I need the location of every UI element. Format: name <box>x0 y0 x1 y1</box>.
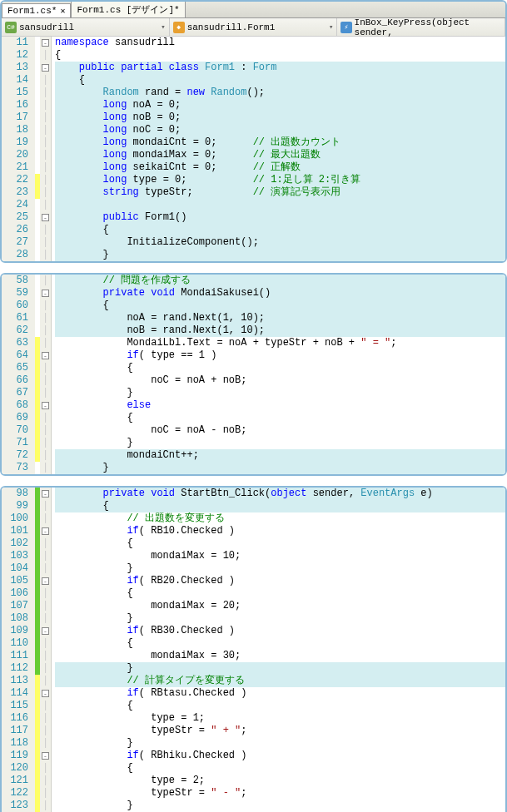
code-line[interactable]: long noA = 0; <box>55 99 505 111</box>
code-line[interactable]: typeStr = " + "; <box>55 725 505 737</box>
code-line[interactable]: { <box>55 762 505 775</box>
code-line[interactable]: public Form1() <box>55 211 505 224</box>
code-line[interactable]: private void StartBtn_Click(object sende… <box>55 488 505 500</box>
code-line[interactable]: type = 1; <box>55 712 505 725</box>
fold-toggle[interactable]: - <box>42 214 49 221</box>
code-line[interactable]: long type = 0; // 1:足し算 2:引き算 <box>55 174 505 186</box>
fold-toggle[interactable]: - <box>42 402 49 409</box>
code-line[interactable]: { <box>55 224 505 236</box>
code-line[interactable]: { <box>55 537 505 550</box>
code-line[interactable]: // 問題を作成する <box>55 275 505 287</box>
code-line[interactable]: if( RBhiku.Checked ) <box>55 750 505 762</box>
fold-toggle[interactable]: - <box>42 627 49 635</box>
code-line[interactable]: { <box>55 637 505 650</box>
code-line[interactable]: long seikaiCnt = 0; // 正解数 <box>55 161 505 174</box>
fold-toggle[interactable]: - <box>42 527 49 535</box>
namespace-dropdown[interactable]: C# sansudrill ▾ <box>2 18 170 36</box>
code-line[interactable]: { <box>55 500 505 512</box>
tab-form1-cs[interactable]: Form1.cs* ✕ <box>2 3 71 17</box>
code-line[interactable]: typeStr = " - "; <box>55 787 505 800</box>
navigation-bar: C# sansudrill ▾ ◆ sansudrill.Form1 ▾ ⚡ I… <box>2 18 505 37</box>
code-line[interactable]: } <box>55 737 505 750</box>
code-line[interactable]: else <box>55 399 505 412</box>
code-line[interactable]: long noB = 0; <box>55 111 505 124</box>
fold-toggle[interactable]: - <box>42 752 49 760</box>
code-line[interactable]: InitializeComponent(); <box>55 236 505 249</box>
code-line[interactable]: mondaiMax = 10; <box>55 550 505 562</box>
code-line[interactable]: { <box>55 700 505 712</box>
code-line[interactable]: mondaiMax = 30; <box>55 650 505 662</box>
code-panel-2: 58596061626364656667686970717273|-||||-|… <box>0 273 507 476</box>
code-line[interactable]: noC = noA - noB; <box>55 424 505 437</box>
fold-toggle[interactable]: - <box>42 577 49 585</box>
code-line[interactable]: string typeStr; // 演算記号表示用 <box>55 186 505 199</box>
code-panel-3: 9899100101102103104105106107108109110111… <box>0 486 507 812</box>
code-line[interactable] <box>55 199 505 211</box>
code-area-1[interactable]: 111213141516171819202122232425262728-|-|… <box>2 37 505 261</box>
code-line[interactable]: } <box>55 437 505 449</box>
code-line[interactable]: // 出題数を変更する <box>55 512 505 525</box>
tab-label: Form1.cs [デザイン]* <box>77 3 179 16</box>
chevron-down-icon: ▾ <box>161 22 165 32</box>
fold-toggle[interactable]: - <box>42 490 49 498</box>
dropdown-value: sansudrill.Form1 <box>187 22 276 32</box>
tab-bar: Form1.cs* ✕ Form1.cs [デザイン]* <box>2 2 505 18</box>
code-line[interactable]: { <box>55 412 505 424</box>
code-line[interactable]: { <box>55 49 505 62</box>
code-line[interactable]: if( type == 1 ) <box>55 349 505 362</box>
code-line[interactable]: { <box>55 74 505 87</box>
code-line[interactable]: { <box>55 587 505 600</box>
code-panel-1: Form1.cs* ✕ Form1.cs [デザイン]* C# sansudri… <box>0 0 507 263</box>
method-icon: ⚡ <box>340 22 351 33</box>
code-line[interactable]: } <box>55 462 505 474</box>
code-line[interactable]: public partial class Form1 : Form <box>55 62 505 74</box>
dropdown-value: sansudrill <box>19 22 74 32</box>
class-icon: ◆ <box>173 22 185 33</box>
code-line[interactable]: long mondaiCnt = 0; // 出題数カウント <box>55 136 505 149</box>
chevron-down-icon: ▾ <box>329 22 333 32</box>
tab-label: Form1.cs* <box>7 6 57 16</box>
code-line[interactable]: MondaiLbl.Text = noA + typeStr + noB + "… <box>55 337 505 349</box>
fold-toggle[interactable]: - <box>42 64 49 72</box>
code-line[interactable]: if( RB30.Checked ) <box>55 625 505 637</box>
code-line[interactable]: if( RB20.Checked ) <box>55 575 505 587</box>
code-line[interactable]: if( RB10.Checked ) <box>55 525 505 537</box>
dropdown-value: InBox_KeyPress(object sender, <box>355 17 501 37</box>
code-line[interactable]: noB = rand.Next(1, 10); <box>55 324 505 337</box>
fold-toggle[interactable]: - <box>42 290 49 297</box>
code-line[interactable]: if( RBtasu.Checked ) <box>55 687 505 700</box>
code-area-2[interactable]: 58596061626364656667686970717273|-||||-|… <box>2 275 505 474</box>
code-line[interactable]: namespace sansudrill <box>55 37 505 49</box>
csharp-icon: C# <box>5 22 17 33</box>
code-line[interactable]: // 計算タイプを変更する <box>55 675 505 687</box>
fold-toggle[interactable]: - <box>42 39 49 47</box>
code-line[interactable]: { <box>55 362 505 374</box>
code-line[interactable]: noC = noA + noB; <box>55 374 505 387</box>
code-line[interactable]: Random rand = new Random(); <box>55 87 505 99</box>
code-line[interactable]: long noC = 0; <box>55 124 505 136</box>
code-line[interactable]: private void MondaiSakusei() <box>55 287 505 300</box>
fold-toggle[interactable]: - <box>42 690 49 697</box>
code-line[interactable]: noA = rand.Next(1, 10); <box>55 312 505 324</box>
code-line[interactable]: } <box>55 800 505 812</box>
code-line[interactable]: } <box>55 249 505 261</box>
code-line[interactable]: type = 2; <box>55 775 505 787</box>
code-line[interactable]: mondaiCnt++; <box>55 449 505 462</box>
code-area-3[interactable]: 9899100101102103104105106107108109110111… <box>2 488 505 812</box>
code-line[interactable]: } <box>55 387 505 399</box>
class-dropdown[interactable]: ◆ sansudrill.Form1 ▾ <box>170 18 338 36</box>
close-icon[interactable]: ✕ <box>60 6 65 16</box>
member-dropdown[interactable]: ⚡ InBox_KeyPress(object sender, <box>337 18 505 36</box>
code-line[interactable]: { <box>55 300 505 312</box>
code-line[interactable]: mondaiMax = 20; <box>55 600 505 612</box>
code-line[interactable]: long mondaiMax = 0; // 最大出題数 <box>55 149 505 161</box>
code-line[interactable]: } <box>55 562 505 575</box>
fold-toggle[interactable]: - <box>42 352 49 359</box>
tab-form1-design[interactable]: Form1.cs [デザイン]* <box>71 1 185 17</box>
code-line[interactable]: } <box>55 662 505 675</box>
code-line[interactable]: } <box>55 612 505 625</box>
